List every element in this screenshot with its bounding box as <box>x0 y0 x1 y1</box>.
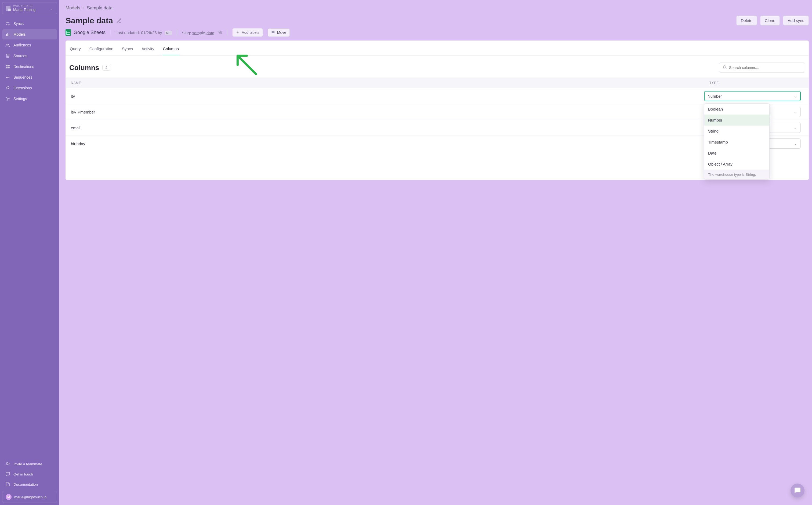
sidebar-item-models[interactable]: Models <box>2 29 57 39</box>
sidebar-documentation[interactable]: Documentation <box>2 479 57 489</box>
column-name: ltv <box>65 90 704 103</box>
move-text: Move <box>277 30 286 35</box>
google-sheets-icon <box>65 29 71 36</box>
sidebar-item-extensions[interactable]: Extensions <box>2 83 57 93</box>
slug-label: Slug: <box>182 31 192 35</box>
meta-row: Google Sheets Last updated: 01/26/23 by … <box>65 28 809 40</box>
svg-point-13 <box>7 77 8 77</box>
tab-configuration[interactable]: Configuration <box>89 44 114 55</box>
workspace-labels: WORKSPACE Maria Testing <box>13 5 47 12</box>
type-dropdown: Boolean Number String Timestamp Date Obj… <box>704 103 770 179</box>
sidebar-item-syncs[interactable]: Syncs <box>2 18 57 29</box>
svg-rect-10 <box>6 67 7 68</box>
svg-point-14 <box>7 98 9 100</box>
extensions-icon <box>5 86 10 91</box>
workspace-icon <box>6 6 10 11</box>
destinations-icon <box>5 64 10 69</box>
svg-point-6 <box>8 44 9 45</box>
svg-point-12 <box>6 77 7 77</box>
svg-rect-8 <box>6 65 7 66</box>
move-button[interactable]: Move <box>268 28 290 37</box>
sidebar-item-label: Get in touch <box>13 472 33 476</box>
table-row: email ⌄ <box>65 120 809 136</box>
workspace-picker[interactable]: WORKSPACE Maria Testing ⌄ <box>2 2 57 14</box>
sidebar-item-settings[interactable]: Settings <box>2 94 57 104</box>
sidebar-item-audiences[interactable]: Audiences <box>2 40 57 50</box>
copy-icon[interactable] <box>218 31 222 35</box>
columns-table: NAME TYPE ltv Number ⌄ isVIPmember <box>65 77 809 151</box>
chevron-down-icon: ⌄ <box>794 125 797 130</box>
edit-title-icon[interactable] <box>116 18 122 23</box>
chevron-down-icon: ⌄ <box>794 94 797 99</box>
invite-icon <box>5 462 10 466</box>
sidebar-item-label: Settings <box>13 97 27 101</box>
sidebar: WORKSPACE Maria Testing ⌄ Syncs Models A… <box>0 0 59 505</box>
type-option-boolean[interactable]: Boolean <box>704 104 769 115</box>
last-updated-prefix: Last updated: <box>116 30 141 35</box>
table-row: birthday ⌄ <box>65 136 809 151</box>
chevron-down-icon: ⌄ <box>50 6 53 10</box>
delete-button[interactable]: Delete <box>736 16 757 25</box>
add-sync-button[interactable]: Add sync <box>783 16 809 25</box>
add-labels-button[interactable]: ＋ Add labels <box>232 28 263 37</box>
sidebar-item-label: Documentation <box>13 483 38 487</box>
tab-activity[interactable]: Activity <box>141 44 155 55</box>
breadcrumb-current: Sample data <box>87 5 113 11</box>
svg-point-15 <box>7 462 8 464</box>
sidebar-item-label: Sources <box>13 54 27 58</box>
docs-icon <box>5 482 10 487</box>
tab-syncs[interactable]: Syncs <box>121 44 133 55</box>
sidebar-nav: Syncs Models Audiences Sources Destinati… <box>2 18 57 104</box>
type-option-date[interactable]: Date <box>704 148 769 159</box>
user-row[interactable]: M maria@hightouch.io <box>2 491 57 503</box>
content-card: Query Configuration Syncs Activity Colum… <box>65 40 809 180</box>
sidebar-invite-teammate[interactable]: Invite a teammate <box>2 459 57 469</box>
columns-count: 4 <box>102 65 110 70</box>
divider <box>177 29 177 35</box>
avatar: M <box>6 494 12 500</box>
th-name: NAME <box>65 78 704 88</box>
sidebar-item-sources[interactable]: Sources <box>2 51 57 61</box>
model-source-name: Google Sheets <box>74 30 106 35</box>
sidebar-item-destinations[interactable]: Destinations <box>2 61 57 72</box>
tab-columns[interactable]: Columns <box>162 44 179 55</box>
svg-rect-9 <box>8 65 10 66</box>
svg-point-0 <box>6 22 7 23</box>
folder-icon <box>271 30 275 35</box>
type-option-string[interactable]: String <box>704 126 769 137</box>
clone-button[interactable]: Clone <box>760 16 780 25</box>
columns-search[interactable] <box>719 62 805 73</box>
sidebar-item-sequences[interactable]: Sequences <box>2 72 57 82</box>
last-updated: Last updated: 01/26/23 by ME <box>116 30 172 35</box>
sidebar-get-in-touch[interactable]: Get in touch <box>2 469 57 479</box>
breadcrumb-root[interactable]: Models <box>65 5 80 11</box>
sidebar-item-label: Destinations <box>13 64 34 69</box>
type-option-number[interactable]: Number <box>704 115 769 126</box>
divider <box>110 29 111 35</box>
type-dropdown-footer: The warehouse type is String. <box>704 170 769 179</box>
sidebar-item-label: Audiences <box>13 43 31 47</box>
main: Models / Sample data Sample data Delete … <box>59 0 812 183</box>
type-option-timestamp[interactable]: Timestamp <box>704 137 769 148</box>
table-header: NAME TYPE <box>65 77 809 88</box>
columns-header: Columns 4 <box>65 55 809 77</box>
svg-point-5 <box>6 44 8 45</box>
svg-rect-4 <box>9 35 9 36</box>
audiences-icon <box>5 43 10 47</box>
type-option-object[interactable]: Object / Array <box>704 159 769 170</box>
tab-query[interactable]: Query <box>69 44 81 55</box>
column-name: birthday <box>65 137 704 150</box>
sidebar-item-label: Extensions <box>13 86 32 90</box>
sidebar-bottom: Invite a teammate Get in touch Documenta… <box>2 459 57 503</box>
slug-value[interactable]: sample-data <box>192 31 215 35</box>
models-icon <box>5 32 10 37</box>
model-source[interactable]: Google Sheets <box>65 29 106 36</box>
help-chat-button[interactable] <box>791 484 805 498</box>
type-select[interactable]: Number ⌄ <box>704 91 801 101</box>
workspace-name: Maria Testing <box>13 7 47 12</box>
svg-point-18 <box>723 66 726 68</box>
table-row: ltv Number ⌄ <box>65 88 809 104</box>
plus-icon: ＋ <box>236 30 240 35</box>
svg-point-7 <box>6 54 9 55</box>
columns-search-input[interactable] <box>729 65 802 70</box>
